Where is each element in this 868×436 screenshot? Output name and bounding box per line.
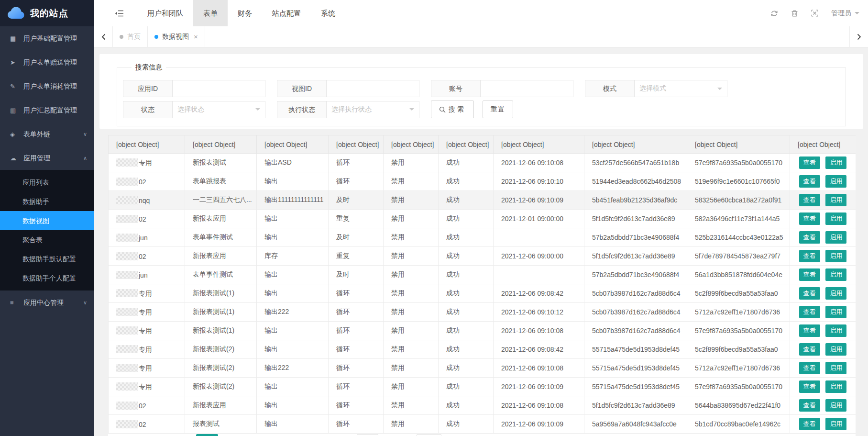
enable-button[interactable]: 启用 [825, 343, 846, 356]
brand[interactable]: 我的站点 [0, 0, 94, 26]
topnav-item[interactable]: 财务 [228, 0, 262, 26]
enable-button[interactable]: 启用 [825, 287, 846, 300]
topnav-item[interactable]: 表单 [193, 0, 228, 26]
sidebar-subitem[interactable]: 应用列表 [0, 173, 94, 192]
cell-exec-status: 成功 [439, 191, 494, 210]
enable-button[interactable]: 启用 [825, 306, 846, 318]
table-row[interactable]: nqq 一二三四五六七八... 输出11111111111111 及时 禁用 成… [109, 191, 856, 210]
fullscreen-icon[interactable] [811, 10, 818, 17]
table-row[interactable]: 02 表单跳报表 输出 循环 禁用 成功 2021-12-06 09:10:10… [109, 172, 856, 191]
tab[interactable]: 首页 [113, 26, 148, 47]
cell-status: 禁用 [384, 266, 439, 284]
chevron-down-icon [855, 12, 859, 17]
topnav-item[interactable]: 用户和团队 [137, 0, 193, 26]
enable-button[interactable]: 启用 [825, 194, 846, 206]
enable-button[interactable]: 启用 [825, 268, 846, 281]
enable-button[interactable]: 启用 [825, 231, 846, 244]
sidebar-item[interactable]: ◈ 表单外链 ∨ [0, 122, 94, 146]
refresh-icon[interactable] [770, 10, 778, 17]
table-row[interactable]: 02 新报表应用 库存 重复 禁用 成功 2021-12-06 09:00:00… [109, 247, 856, 266]
view-button[interactable]: 查看 [799, 418, 820, 430]
view-button[interactable]: 查看 [799, 250, 820, 262]
sidebar-item[interactable]: ≡ 应用中心管理 ∨ [0, 291, 94, 314]
trash-icon[interactable] [791, 10, 798, 17]
view-id-input[interactable] [327, 80, 419, 97]
page-button[interactable] [417, 434, 441, 436]
sidebar-subitem[interactable]: 聚合表 [0, 230, 94, 249]
sidebar-item[interactable]: ☁ 应用管理 ∧ [0, 146, 94, 170]
table-row[interactable]: jun 表单事件测试 输出 及时 禁用 成功 57b2a5dbdd71bc3e4… [109, 228, 856, 247]
view-button[interactable]: 查看 [799, 157, 820, 169]
cell-exec-status: 成功 [439, 228, 494, 247]
app-id-input[interactable] [173, 80, 265, 97]
enable-button[interactable]: 启用 [825, 212, 846, 225]
topnav-item[interactable]: 系统 [311, 0, 345, 26]
table-row[interactable]: 专用 新报表测试(1) 输出222 循环 禁用 成功 2021-12-06 09… [109, 303, 856, 322]
sidebar-collapse-icon[interactable] [115, 10, 124, 17]
view-button[interactable]: 查看 [799, 324, 820, 337]
sidebar-item-label: 表单外链 [23, 130, 50, 138]
view-button[interactable]: 查看 [799, 194, 820, 206]
cell-view-id: 582a36496cf11e73f1a144a5 [687, 210, 790, 228]
table-row[interactable]: 专用 新报表测试(1) 输出 循环 禁用 成功 2021-12-06 09:10… [109, 322, 856, 340]
enable-button[interactable]: 启用 [825, 418, 846, 430]
enable-button[interactable]: 启用 [825, 324, 846, 337]
table-row[interactable]: jun 表单事件测试 输出 及时 禁用 成功 57b2a5dbdd71bc3e4… [109, 266, 856, 284]
sidebar-subitem[interactable]: 数据助手 [0, 192, 94, 211]
view-button[interactable]: 查看 [799, 343, 820, 356]
tab-close-icon[interactable]: × [194, 33, 198, 41]
cell-view-name: 库存 [257, 247, 329, 266]
sidebar-subitem[interactable]: 数据助手个人配置 [0, 268, 94, 288]
enable-button[interactable]: 启用 [825, 175, 846, 188]
account-input[interactable] [481, 80, 573, 97]
table-row[interactable]: 专用 新报表测试(2) 输出222 循环 禁用 成功 2021-12-06 09… [109, 359, 856, 378]
sidebar-item[interactable]: ➤ 用户表单赠送管理 [0, 50, 94, 74]
table-row[interactable]: 专用 新报表测试(1) 输出 循环 禁用 成功 2021-12-06 09:08… [109, 284, 856, 303]
view-button[interactable]: 查看 [799, 306, 820, 318]
sidebar-item[interactable]: ✎ 用户表单消耗管理 [0, 74, 94, 98]
search-row-1: 应用ID 视图ID 账号 模式 [123, 80, 840, 97]
view-button[interactable]: 查看 [799, 212, 820, 225]
cell-view-name: 输出 [257, 322, 329, 340]
table-row[interactable]: 02 报表测试 输出 循环 禁用 成功 2021-12-06 09:10:09 … [109, 415, 856, 434]
tab[interactable]: 数据视图 × [148, 26, 205, 47]
view-button[interactable]: 查看 [799, 287, 820, 300]
enable-button[interactable]: 启用 [825, 157, 846, 169]
exec-status-select[interactable]: 选择执行状态 [327, 101, 419, 118]
table-row[interactable]: 专用 新报表测试(2) 输出 循环 禁用 成功 2021-12-06 09:10… [109, 378, 856, 396]
view-button[interactable]: 查看 [799, 175, 820, 188]
enable-button[interactable]: 启用 [825, 250, 846, 262]
sidebar-item[interactable]: ▦ 用户基础配置管理 [0, 26, 94, 50]
table-row[interactable]: 02 新报表应用 输出 循环 禁用 成功 2021-12-06 09:10:08… [109, 396, 856, 415]
view-button[interactable]: 查看 [799, 362, 820, 374]
view-button[interactable]: 查看 [799, 268, 820, 281]
tabs-scroll-right-icon[interactable] [849, 26, 868, 47]
user-menu[interactable]: 管理员 [831, 9, 859, 18]
sidebar-item[interactable]: ▥ 用户汇总配置管理 [0, 98, 94, 122]
status-select[interactable]: 选择状态 [173, 101, 265, 118]
view-button[interactable]: 查看 [799, 380, 820, 393]
enable-button[interactable]: 启用 [825, 399, 846, 412]
cell-actions: 查看 启用 [790, 284, 856, 303]
table-row[interactable]: 02 新报表应用 输出 重复 禁用 成功 2021-12-01 09:00:00… [109, 210, 856, 228]
view-button[interactable]: 查看 [799, 399, 820, 412]
page-button[interactable] [357, 434, 378, 436]
table-row[interactable]: 专用 新报表测试 输出ASD 循环 禁用 成功 2021-12-06 09:10… [109, 154, 856, 172]
enable-button[interactable]: 启用 [825, 380, 846, 393]
cell-actions: 查看 启用 [790, 266, 856, 284]
sidebar-subitem[interactable]: 数据视图 [0, 211, 94, 230]
chevron-down-icon [255, 108, 260, 113]
mode-select[interactable]: 选择模式 [635, 80, 727, 97]
redaction-blur [116, 158, 138, 167]
enable-button[interactable]: 启用 [825, 362, 846, 374]
tabs-scroll-left-icon[interactable] [94, 26, 113, 47]
view-button[interactable]: 查看 [799, 231, 820, 244]
sidebar-subitem[interactable]: 数据助手默认配置 [0, 249, 94, 268]
topnav-item[interactable]: 站点配置 [262, 0, 311, 26]
page-button-active[interactable]: 1 [196, 434, 218, 436]
sidebar-subitem-label: 数据助手 [22, 198, 49, 205]
table-row[interactable]: 专用 新报表测试(2) 输出 循环 禁用 成功 2021-12-06 09:08… [109, 340, 856, 359]
search-button[interactable]: 搜索 [431, 101, 474, 118]
cell-app-name: 一二三四五六七八... [185, 191, 257, 210]
reset-button[interactable]: 重置 [483, 101, 513, 118]
